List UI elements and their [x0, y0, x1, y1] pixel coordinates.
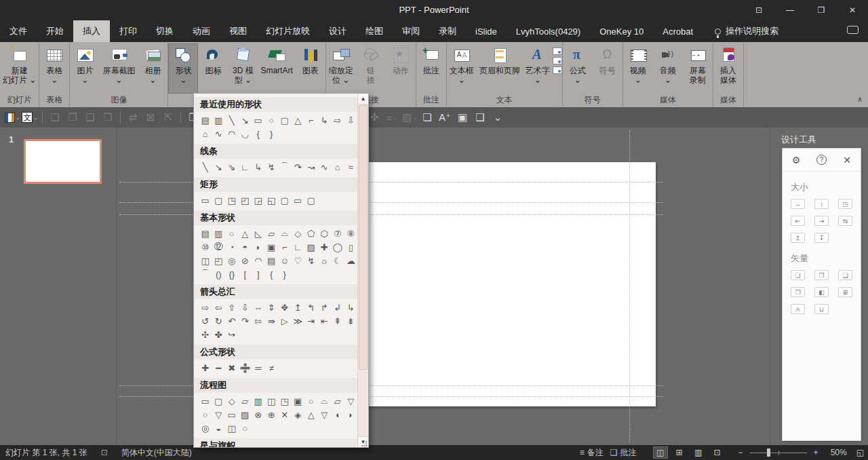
shape-item[interactable]: ✤: [212, 328, 226, 341]
shape-item[interactable]: ╲: [199, 160, 212, 174]
shape-item[interactable]: ↯: [265, 160, 279, 174]
tab-LvyhTools(0429)[interactable]: LvyhTools(0429): [507, 20, 590, 42]
shape-item[interactable]: ✚: [199, 361, 212, 375]
shape-item[interactable]: ═: [252, 361, 265, 375]
ribbon-button-3D 模[interactable]: 3D 模型 ⌄: [228, 43, 258, 94]
ribbon-button-图片[interactable]: 图片⌄: [70, 43, 100, 94]
vector-tool-button[interactable]: ⊔: [814, 304, 829, 314]
shape-item[interactable]: ⑧: [344, 227, 358, 240]
shape-item[interactable]: ↻: [212, 314, 226, 328]
scrollbar-thumb[interactable]: [359, 105, 368, 370]
shape-item[interactable]: }: [265, 127, 279, 140]
shape-item[interactable]: ◖: [331, 408, 344, 421]
size-tool-button[interactable]: ⇆: [838, 216, 852, 226]
tab-iSlide[interactable]: iSlide: [466, 20, 507, 42]
shape-item[interactable]: ━: [212, 361, 226, 375]
shape-item[interactable]: ⇩: [344, 113, 358, 127]
shape-item[interactable]: ▭: [292, 193, 305, 207]
shape-item[interactable]: ◯: [331, 240, 344, 254]
ribbon-button-新建[interactable]: 新建幻灯片 ⌄: [0, 43, 39, 94]
shape-item[interactable]: ↯: [304, 254, 318, 267]
shape-item[interactable]: ⑩: [199, 240, 212, 254]
vector-tool-button[interactable]: A: [791, 304, 805, 314]
shape-item[interactable]: △: [292, 113, 305, 127]
shapes-menu-scrollbar[interactable]: ▲ ▼: [357, 94, 368, 447]
shape-item[interactable]: ✕: [278, 408, 292, 421]
shape-item[interactable]: ╲: [225, 113, 239, 127]
ribbon-button-表格[interactable]: 表格⌄: [39, 43, 69, 94]
duplicate-icon[interactable]: ❑: [472, 109, 488, 126]
close-panel-icon[interactable]: ✕: [840, 155, 854, 166]
size-tool-button[interactable]: ◳: [838, 199, 852, 209]
fit-to-window-icon[interactable]: ◱: [856, 448, 864, 457]
shape-item[interactable]: ◎: [225, 254, 239, 267]
shape-item[interactable]: ↥: [292, 301, 305, 314]
shape-item[interactable]: ▱: [265, 227, 279, 240]
shape-item[interactable]: ◰: [212, 254, 226, 267]
size-tool-button[interactable]: ↕: [814, 199, 829, 209]
shape-item[interactable]: ↳: [318, 113, 332, 127]
shape-item[interactable]: [: [239, 267, 252, 281]
text-tool-icon[interactable]: 文⌄: [22, 109, 38, 126]
ribbon-button-插入[interactable]: 插入媒体: [713, 43, 743, 94]
layers-add-icon[interactable]: ❏: [419, 109, 435, 126]
ribbon-button-屏幕截图[interactable]: 屏幕截图⌄: [100, 43, 138, 94]
shape-item[interactable]: ⬡: [318, 227, 332, 240]
shape-item[interactable]: ▽: [212, 408, 226, 421]
vector-tool-button[interactable]: ❏: [791, 270, 805, 280]
shape-item[interactable]: ○: [239, 421, 252, 435]
shape-item[interactable]: ▥: [212, 113, 226, 127]
size-tool-button[interactable]: ↔: [791, 199, 805, 209]
tab-切换[interactable]: 切换: [146, 20, 183, 42]
ribbon-button-缩放定[interactable]: 缩放定位 ⌄: [326, 43, 356, 94]
shape-item[interactable]: ↰: [304, 301, 318, 314]
ribbon-button-文本框[interactable]: 文本框⌄: [447, 43, 477, 94]
size-tool-button[interactable]: ↧: [814, 233, 829, 243]
ribbon-button-动作[interactable]: 动作: [386, 43, 416, 94]
tab-OneKey 10[interactable]: OneKey 10: [590, 20, 653, 42]
shape-item[interactable]: ○: [199, 408, 212, 421]
shape-item[interactable]: ▤: [265, 254, 279, 267]
shape-item[interactable]: ▭: [199, 394, 212, 408]
close-button[interactable]: ✕: [837, 0, 868, 20]
ribbon-button-批注[interactable]: 批注: [416, 43, 446, 94]
shape-item[interactable]: ▽: [318, 408, 332, 421]
shape-item[interactable]: ○: [265, 113, 279, 127]
ribbon-display-options-icon[interactable]: ⊡: [743, 0, 774, 20]
shape-item[interactable]: ◡: [239, 127, 252, 140]
shape-item[interactable]: ◫: [265, 394, 279, 408]
shape-item[interactable]: }: [278, 267, 292, 281]
shape-item[interactable]: ∟: [239, 160, 252, 174]
shape-item[interactable]: ⌒: [199, 267, 212, 281]
shape-item[interactable]: ∿: [212, 127, 226, 140]
tab-动画[interactable]: 动画: [183, 20, 220, 42]
shape-item[interactable]: ⌐: [278, 240, 292, 254]
shape-item[interactable]: ◓: [239, 240, 252, 254]
shape-item[interactable]: {}: [225, 267, 239, 281]
shape-item[interactable]: ▢: [278, 113, 292, 127]
tab-插入[interactable]: 插入: [73, 20, 110, 42]
settings-gear-icon[interactable]: ⚙: [789, 155, 803, 166]
shape-item[interactable]: ▭: [252, 113, 265, 127]
slideshow-view-button[interactable]: ⊡: [710, 446, 725, 459]
shape-item[interactable]: ▢: [212, 394, 226, 408]
shape-item[interactable]: ⌒: [278, 160, 292, 174]
image-tool-icon[interactable]: ▣: [454, 109, 471, 126]
shape-item[interactable]: ⇟: [344, 314, 358, 328]
shape-item[interactable]: {: [265, 267, 279, 281]
zoom-out-button[interactable]: −: [738, 448, 743, 457]
resize-grip[interactable]: [361, 441, 367, 446]
shape-item[interactable]: ▢: [304, 193, 318, 207]
shape-item[interactable]: ☼: [318, 254, 332, 267]
shape-item[interactable]: ◫: [225, 421, 239, 435]
help-icon[interactable]: ?: [816, 155, 827, 165]
size-tool-button[interactable]: ⇤: [791, 216, 805, 226]
zoom-slider-thumb[interactable]: [767, 448, 770, 457]
shape-item[interactable]: ⌓: [318, 394, 332, 408]
shape-item[interactable]: ▷: [278, 314, 292, 328]
tab-绘图[interactable]: 绘图: [356, 20, 393, 42]
shape-item[interactable]: ➗: [239, 361, 252, 375]
shape-item[interactable]: ○: [304, 394, 318, 408]
shape-item[interactable]: ≫: [292, 314, 305, 328]
object-icon[interactable]: [553, 66, 562, 74]
